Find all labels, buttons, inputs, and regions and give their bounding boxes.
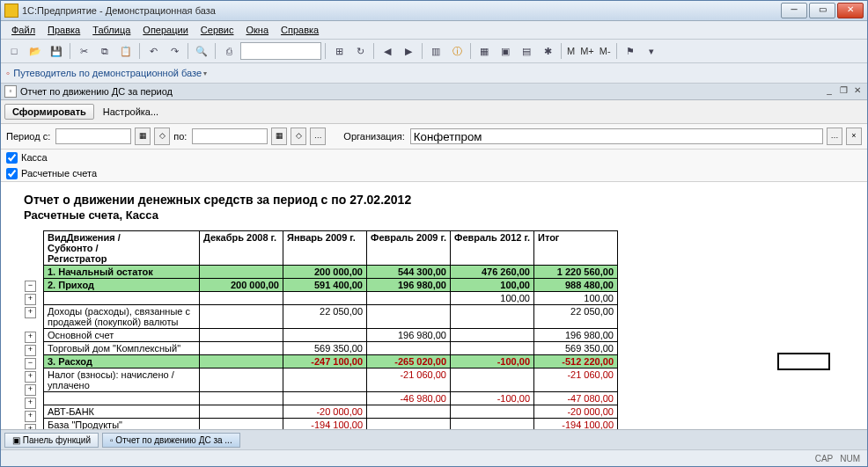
row-label: Основной счет [44, 329, 200, 342]
menu-service[interactable]: Сервис [195, 23, 239, 37]
org-input[interactable] [410, 128, 823, 144]
cell: 22 050,00 [283, 305, 367, 329]
task-doc-button[interactable]: ▫ Отчет по движению ДС за ... [102, 433, 240, 448]
find-icon[interactable]: 🔍 [192, 41, 211, 61]
table-row[interactable]: -46 980,00-100,00-47 080,00 [44, 392, 618, 405]
cell [200, 305, 283, 329]
close-button[interactable]: ✕ [837, 3, 864, 18]
tab-close-icon[interactable]: ✕ [851, 85, 864, 98]
expand-icon[interactable]: + [25, 398, 36, 409]
table-row[interactable]: Основной счет196 980,00196 980,00 [44, 329, 618, 342]
cell [200, 419, 283, 430]
menu-table[interactable]: Таблица [87, 23, 136, 37]
tab-minimize-icon[interactable]: _ [823, 85, 835, 98]
table-row[interactable]: Налог (взносы): начислено / уплачено-21 … [44, 368, 618, 392]
tool-icon-5[interactable]: ✱ [538, 41, 557, 61]
kassa-checkbox[interactable] [6, 152, 18, 164]
redo-icon[interactable]: ↷ [165, 41, 184, 61]
org-select-icon[interactable]: … [827, 128, 842, 145]
cell [200, 355, 283, 368]
minimize-button[interactable]: ─ [781, 3, 807, 18]
tool-icon-3[interactable]: ▣ [496, 41, 515, 61]
period-select-icon[interactable]: … [310, 128, 326, 145]
period-to-label: по: [173, 131, 187, 142]
tool-icon-2[interactable]: ▦ [474, 41, 494, 61]
menu-file[interactable]: Файл [6, 23, 40, 37]
help-icon[interactable]: ⓘ [447, 41, 467, 61]
date-from-clear-icon[interactable]: ◇ [154, 128, 170, 145]
expand-icon[interactable]: + [25, 384, 36, 396]
zoom-combo[interactable] [240, 42, 321, 60]
refresh-icon[interactable]: ↻ [350, 41, 370, 61]
task-panel-button[interactable]: ▣ Панель функций [4, 433, 99, 448]
table-row[interactable]: 100,00100,00 [44, 292, 618, 305]
chevron-down-icon[interactable]: ▾ [203, 69, 207, 77]
new-icon[interactable]: □ [4, 41, 24, 61]
copy-icon[interactable]: ⧉ [95, 41, 114, 61]
filter-bar: Период с: ▦ ◇ по: ▦ ◇ … Организация: … × [1, 124, 867, 150]
table-row[interactable]: База "Продукты"-194 100,00-194 100,00 [44, 419, 618, 430]
tool-icon-1[interactable]: ▥ [426, 41, 445, 61]
dropdown-icon[interactable]: ▾ [642, 41, 661, 61]
rs-checkbox[interactable] [6, 168, 18, 179]
calc-icon[interactable]: ⊞ [329, 41, 349, 61]
table-row[interactable]: 1. Начальный остаток200 000,00544 300,00… [44, 266, 618, 279]
cell: 569 350,00 [534, 342, 618, 355]
expand-icon[interactable]: + [25, 411, 36, 422]
cut-icon[interactable]: ✂ [74, 41, 93, 61]
maximize-button[interactable]: ▭ [809, 3, 835, 18]
col-header-4: Итог [534, 231, 618, 266]
generate-button[interactable]: Сформировать [4, 104, 94, 120]
print-icon[interactable]: ⎙ [219, 41, 239, 61]
expand-icon[interactable]: + [25, 424, 36, 429]
report-area[interactable]: Отчет о движении денежных средств за пер… [1, 182, 867, 429]
tool-icon-4[interactable]: ▤ [517, 41, 536, 61]
m-plus-button[interactable]: M+ [578, 46, 596, 56]
settings-button[interactable]: Настройка... [98, 105, 164, 119]
expand-icon[interactable]: + [25, 345, 36, 356]
cell: -100,00 [451, 355, 534, 368]
date-to-calendar-icon[interactable]: ▦ [271, 128, 287, 145]
date-to-clear-icon[interactable]: ◇ [291, 128, 306, 145]
table-row[interactable]: Доходы (расходы), связанные с продажей (… [44, 305, 618, 329]
open-icon[interactable]: 📂 [26, 41, 45, 61]
cell [451, 405, 534, 419]
collapse-icon[interactable]: − [25, 281, 36, 292]
menu-edit[interactable]: Правка [42, 23, 85, 37]
menu-operations[interactable]: Операции [137, 23, 193, 37]
cell [283, 292, 367, 305]
menu-help[interactable]: Справка [276, 23, 324, 37]
undo-icon[interactable]: ↶ [143, 41, 163, 61]
cell: -20 000,00 [534, 405, 618, 419]
row-label: АВТ-БАНК [44, 405, 200, 419]
tab-restore-icon[interactable]: ❐ [837, 85, 850, 98]
expand-icon[interactable]: + [25, 294, 36, 305]
expand-icon[interactable]: + [25, 371, 36, 383]
bullet-icon: ◦ [6, 67, 10, 79]
paste-icon[interactable]: 📋 [116, 41, 136, 61]
date-from-calendar-icon[interactable]: ▦ [135, 128, 151, 145]
report-title: Отчет о движении денежных средств за пер… [24, 193, 844, 207]
table-row[interactable]: Торговый дом "Комплексный"569 350,00569 … [44, 342, 618, 355]
table-row[interactable]: АВТ-БАНК-20 000,00-20 000,00 [44, 405, 618, 419]
collapse-icon[interactable]: − [25, 358, 36, 369]
org-clear-icon[interactable]: × [846, 128, 862, 145]
date-to-input[interactable] [192, 128, 268, 144]
date-from-input[interactable] [55, 128, 131, 144]
guide-link[interactable]: Путеводитель по демонстрационной базе [13, 68, 202, 78]
table-row[interactable]: 3. Расход-247 100,00-265 020,00-100,00-5… [44, 355, 618, 368]
table-row[interactable]: 2. Приход200 000,00591 400,00196 980,001… [44, 279, 618, 292]
cell [367, 305, 451, 329]
expand-icon[interactable]: + [25, 307, 36, 318]
m-minus-button[interactable]: M- [598, 46, 613, 56]
m-button[interactable]: M [565, 46, 577, 56]
tool-icon-6[interactable]: ⚑ [621, 41, 640, 61]
save-icon[interactable]: 💾 [47, 41, 66, 61]
row-label: 3. Расход [44, 355, 200, 368]
nav-fwd-icon[interactable]: ▶ [399, 41, 418, 61]
menu-windows[interactable]: Окна [241, 23, 275, 37]
nav-back-icon[interactable]: ◀ [378, 41, 397, 61]
cell: 100,00 [451, 292, 534, 305]
expand-icon[interactable]: + [25, 332, 36, 343]
command-bar: Сформировать Настройка... [1, 100, 867, 124]
